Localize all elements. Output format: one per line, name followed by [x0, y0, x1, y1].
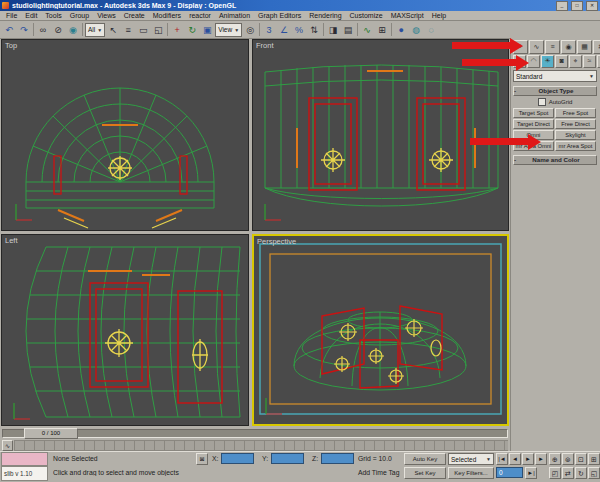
arc-rotate-icon[interactable]: ↻: [575, 467, 587, 479]
key-filters-button[interactable]: Key Filters...: [448, 467, 494, 479]
viewport-front[interactable]: Front: [252, 39, 509, 231]
menu-file[interactable]: File: [2, 12, 21, 19]
maxscript-listener-input[interactable]: slib v 1.10: [1, 466, 48, 481]
autogrid-checkbox[interactable]: [538, 98, 546, 106]
minimize-button[interactable]: _: [556, 1, 568, 11]
button-free-direct[interactable]: Free Direct: [555, 119, 596, 129]
play-button[interactable]: ►: [522, 453, 534, 465]
zoom-extents-all-icon[interactable]: ⊞: [588, 453, 600, 465]
button-free-spot[interactable]: Free Spot: [555, 108, 596, 118]
menu-modifiers[interactable]: Modifiers: [149, 12, 185, 19]
undo-icon[interactable]: ↶: [2, 23, 16, 37]
menu-graph-editors[interactable]: Graph Editors: [254, 12, 305, 19]
menu-views[interactable]: Views: [93, 12, 120, 19]
button-mr-area-spot[interactable]: mr Area Spot: [555, 141, 596, 151]
curve-editor-icon[interactable]: ∿: [360, 23, 374, 37]
window-title: studiolightingtutorial.max - Autodesk 3d…: [12, 2, 553, 9]
selection-filter-dropdown[interactable]: All ▼: [85, 23, 105, 37]
select-and-move-icon[interactable]: +: [170, 23, 184, 37]
select-and-scale-icon[interactable]: ▣: [200, 23, 214, 37]
menu-customize[interactable]: Customize: [346, 12, 387, 19]
z-coordinate-field[interactable]: [321, 453, 354, 464]
rectangular-selection-icon[interactable]: ▭: [136, 23, 150, 37]
menu-animation[interactable]: Animation: [215, 12, 254, 19]
time-slider-handle[interactable]: 0 / 100: [24, 428, 78, 439]
viewport-left-label[interactable]: Left: [5, 236, 18, 245]
menu-tools[interactable]: Tools: [41, 12, 65, 19]
snap-toggle-icon[interactable]: 3: [262, 23, 276, 37]
tab-utilities[interactable]: #: [593, 40, 600, 54]
track-bar[interactable]: [14, 440, 508, 451]
button-skylight[interactable]: Skylight: [555, 130, 596, 140]
go-to-start-button[interactable]: |◄: [496, 453, 508, 465]
mirror-icon[interactable]: ◨: [326, 23, 340, 37]
category-helpers[interactable]: ⌖: [569, 55, 582, 68]
pan-icon[interactable]: ⇄: [562, 467, 574, 479]
viewport-left[interactable]: Left: [1, 234, 249, 426]
viewport-perspective[interactable]: Perspective: [252, 234, 509, 426]
tab-motion[interactable]: ◉: [561, 40, 576, 54]
window-crossing-icon[interactable]: ◱: [151, 23, 165, 37]
reference-coordinate-dropdown[interactable]: View ▼: [215, 23, 242, 37]
zoom-all-icon[interactable]: ⊜: [562, 453, 574, 465]
unlink-selection-icon[interactable]: ⊘: [51, 23, 65, 37]
add-time-tag[interactable]: Add Time Tag: [358, 469, 399, 476]
select-by-name-icon[interactable]: ≡: [121, 23, 135, 37]
menu-group[interactable]: Group: [66, 12, 93, 19]
angle-snap-icon[interactable]: ∠: [277, 23, 291, 37]
render-setup-icon[interactable]: ◍: [409, 23, 423, 37]
maximize-button[interactable]: □: [571, 1, 583, 11]
viewport-top[interactable]: Top: [1, 39, 249, 231]
use-center-icon[interactable]: ◎: [243, 23, 257, 37]
percent-snap-icon[interactable]: %: [292, 23, 306, 37]
name-color-rollout[interactable]: - Name and Color: [513, 155, 597, 165]
zoom-region-icon[interactable]: ◰: [549, 467, 561, 479]
close-button[interactable]: ✕: [586, 1, 598, 11]
maximize-viewport-icon[interactable]: ◱: [588, 467, 600, 479]
auto-key-button[interactable]: Auto Key: [404, 453, 446, 465]
tab-hierarchy[interactable]: ≡: [545, 40, 560, 54]
button-target-spot[interactable]: Target Spot: [513, 108, 554, 118]
object-type-rollout[interactable]: - Object Type: [513, 86, 597, 96]
maxscript-listener-macro-line[interactable]: [1, 452, 48, 466]
schematic-view-icon[interactable]: ⊞: [375, 23, 389, 37]
menu-rendering[interactable]: Rendering: [305, 12, 345, 19]
viewport-perspective-label[interactable]: Perspective: [257, 237, 296, 246]
align-icon[interactable]: ▤: [341, 23, 355, 37]
tab-display[interactable]: ▦: [577, 40, 592, 54]
selection-lock-toggle[interactable]: ⊠: [196, 453, 208, 465]
category-space-warps[interactable]: ≈: [583, 55, 596, 68]
zoom-icon[interactable]: ⊕: [549, 453, 561, 465]
go-to-end-button[interactable]: ►|: [525, 467, 537, 479]
select-and-link-icon[interactable]: ∞: [36, 23, 50, 37]
toolbar-separator: [391, 23, 392, 36]
menu-create[interactable]: Create: [120, 12, 149, 19]
viewport-top-label[interactable]: Top: [5, 41, 17, 50]
mini-curve-editor-button[interactable]: ∿: [2, 440, 13, 451]
menu-edit[interactable]: Edit: [21, 12, 41, 19]
redo-icon[interactable]: ↷: [17, 23, 31, 37]
menu-help[interactable]: Help: [428, 12, 450, 19]
x-coordinate-field[interactable]: [221, 453, 254, 464]
light-type-dropdown[interactable]: Standard ▼: [513, 70, 597, 82]
menu-reactor[interactable]: reactor: [185, 12, 215, 19]
tab-modify[interactable]: ∿: [529, 40, 544, 54]
category-cameras[interactable]: ◙: [555, 55, 568, 68]
selection-set-dropdown[interactable]: Selected ▼: [448, 453, 494, 465]
previous-frame-button[interactable]: ◄: [509, 453, 521, 465]
material-editor-icon[interactable]: ●: [394, 23, 408, 37]
quick-render-icon[interactable]: ◌: [424, 23, 438, 37]
select-and-rotate-icon[interactable]: ↻: [185, 23, 199, 37]
select-object-icon[interactable]: ↖: [106, 23, 120, 37]
y-coordinate-field[interactable]: [271, 453, 304, 464]
zoom-extents-icon[interactable]: ⊡: [575, 453, 587, 465]
menu-maxscript[interactable]: MAXScript: [387, 12, 428, 19]
category-lights[interactable]: ☀: [541, 55, 554, 68]
viewport-front-label[interactable]: Front: [256, 41, 274, 50]
current-frame-field[interactable]: 0: [496, 467, 523, 478]
next-frame-button[interactable]: ►: [535, 453, 547, 465]
button-target-direct[interactable]: Target Direct: [513, 119, 554, 129]
spinner-snap-icon[interactable]: ⇅: [307, 23, 321, 37]
set-key-button[interactable]: Set Key: [404, 467, 446, 479]
bind-to-space-warp-icon[interactable]: ◉: [66, 23, 80, 37]
